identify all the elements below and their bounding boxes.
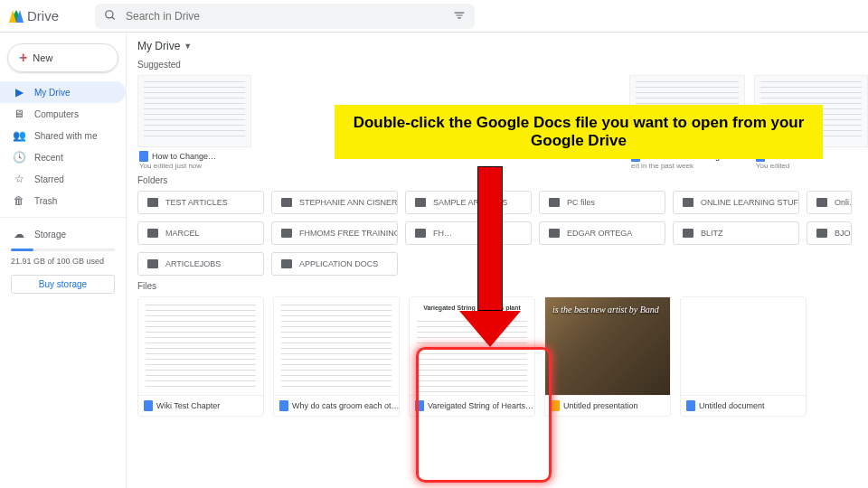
docs-icon bbox=[279, 400, 288, 411]
sidebar-item-computers[interactable]: 🖥Computers bbox=[0, 103, 126, 125]
svg-line-1 bbox=[112, 16, 115, 19]
sidebar-item-starred[interactable]: ☆Starred bbox=[0, 168, 126, 190]
shared-folder-icon bbox=[281, 229, 292, 238]
annotation-callout: Double-click the Google Docs file you wa… bbox=[335, 105, 823, 159]
chevron-down-icon: ▼ bbox=[184, 42, 192, 51]
computers-icon: 🖥 bbox=[13, 108, 25, 120]
folder-icon bbox=[147, 259, 158, 268]
trash-icon: 🗑 bbox=[13, 194, 25, 207]
folder-item[interactable]: ARTICLEJOBS bbox=[137, 252, 264, 276]
search-icon bbox=[104, 9, 117, 23]
folder-item[interactable]: FHMOMS FREE TRAINING … bbox=[271, 221, 398, 245]
storage-bar bbox=[11, 249, 115, 251]
folder-icon bbox=[415, 229, 426, 238]
shared-icon: 👥 bbox=[13, 129, 25, 142]
folder-icon bbox=[281, 198, 292, 207]
drive-logo[interactable]: Drive bbox=[9, 8, 59, 23]
shared-folder-icon bbox=[415, 198, 426, 207]
suggested-card[interactable]: How to Change… You edited just now bbox=[137, 75, 251, 170]
search-input[interactable] bbox=[126, 10, 444, 23]
folder-item[interactable]: Onli… bbox=[807, 191, 852, 214]
folder-icon bbox=[816, 198, 827, 207]
folder-item[interactable]: EDGAR ORTEGA bbox=[539, 221, 665, 245]
folder-item[interactable]: STEPHANIE ANN CISNERO… bbox=[271, 191, 398, 214]
sidebar: + New ▶My Drive 🖥Computers 👥Shared with … bbox=[0, 33, 127, 488]
new-button[interactable]: + New bbox=[7, 43, 118, 72]
docs-icon bbox=[139, 151, 148, 162]
file-card[interactable]: Wiki Test Chapter bbox=[137, 296, 264, 417]
folder-icon bbox=[147, 229, 158, 238]
new-label: New bbox=[33, 52, 52, 63]
starred-icon: ☆ bbox=[13, 173, 25, 185]
doc-thumbnail bbox=[681, 297, 806, 395]
cloud-icon: ☁ bbox=[13, 228, 25, 240]
plus-icon: + bbox=[19, 50, 27, 66]
folder-item[interactable]: ONLINE LEARNING STUFF bbox=[673, 191, 799, 214]
brand-text: Drive bbox=[27, 8, 59, 23]
search-filter-icon[interactable] bbox=[453, 9, 466, 23]
docs-icon bbox=[686, 400, 695, 411]
drive-triangle-icon bbox=[9, 10, 24, 23]
folder-item[interactable]: APPLICATION DOCS bbox=[271, 252, 398, 276]
folder-icon bbox=[683, 229, 693, 238]
buy-storage-button[interactable]: Buy storage bbox=[11, 275, 115, 294]
svg-point-0 bbox=[106, 10, 113, 17]
file-card[interactable]: Untitled document bbox=[680, 296, 807, 417]
folder-item[interactable]: MARCEL bbox=[137, 221, 264, 245]
file-card[interactable]: Why do cats groom each ot… bbox=[273, 296, 400, 417]
sidebar-item-trash[interactable]: 🗑Trash bbox=[0, 190, 126, 211]
recent-icon: 🕓 bbox=[13, 151, 25, 164]
folder-icon bbox=[549, 229, 560, 238]
my-drive-icon: ▶ bbox=[13, 86, 25, 99]
slides-thumbnail: is the best new artist by Band bbox=[545, 297, 670, 395]
folder-icon bbox=[147, 198, 158, 207]
folder-item[interactable]: BJO… bbox=[807, 221, 852, 245]
file-card[interactable]: is the best new artist by Band Untitled … bbox=[544, 296, 671, 417]
folder-item[interactable]: BLITZ bbox=[673, 221, 799, 245]
sidebar-item-my-drive[interactable]: ▶My Drive bbox=[0, 81, 126, 103]
slides-icon bbox=[551, 400, 560, 411]
search-bar[interactable] bbox=[95, 4, 475, 29]
folder-icon bbox=[816, 229, 827, 238]
folder-icon bbox=[683, 198, 693, 207]
main-content: My Drive ▼ Suggested How to Change… You … bbox=[127, 33, 868, 488]
sidebar-item-storage[interactable]: ☁Storage bbox=[0, 223, 126, 245]
sidebar-item-shared[interactable]: 👥Shared with me bbox=[0, 125, 126, 146]
sidebar-item-recent[interactable]: 🕓Recent bbox=[0, 146, 126, 168]
storage-text: 21.91 GB of 100 GB used bbox=[0, 255, 126, 271]
doc-thumbnail bbox=[138, 297, 263, 395]
suggested-label: Suggested bbox=[137, 60, 868, 70]
annotation-arrow bbox=[477, 166, 521, 347]
doc-thumbnail bbox=[137, 75, 251, 147]
folder-item[interactable]: PC files bbox=[539, 191, 665, 214]
folder-icon bbox=[549, 198, 560, 207]
docs-icon bbox=[144, 400, 153, 411]
folder-item[interactable]: TEST ARTICLES bbox=[137, 191, 264, 214]
breadcrumb[interactable]: My Drive ▼ bbox=[137, 40, 868, 52]
docs-icon bbox=[415, 400, 424, 411]
folder-icon bbox=[281, 259, 292, 268]
doc-thumbnail bbox=[274, 297, 399, 395]
